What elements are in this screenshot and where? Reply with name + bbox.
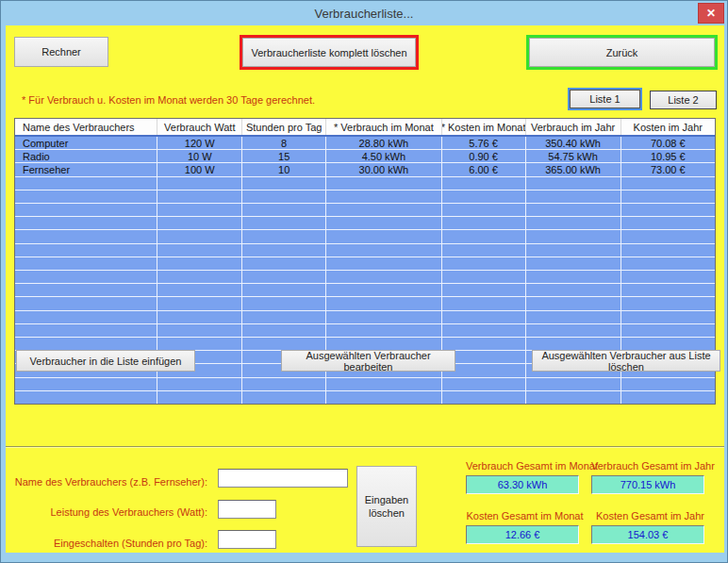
table-cell [15,257,157,270]
table-cell: Fernseher [15,163,157,175]
table-cell [621,391,715,404]
table-row-empty[interactable] [15,190,715,204]
table-row[interactable]: Radio10 W154.50 kWh0.90 €54.75 kWh10.95 … [15,150,715,163]
table-cell [526,284,621,296]
table-cell: Radio [15,150,157,162]
column-header: * Kosten im Monat [442,119,526,135]
table-cell [157,177,242,190]
table-cell [242,324,326,337]
table-cell [326,378,441,390]
column-header: Verbrauch Watt [157,119,242,135]
delete-all-button[interactable]: Verbraucherliste komplett löschen [242,38,416,67]
delete-consumer-button[interactable]: Ausgewählten Verbraucher aus Liste lösch… [532,350,720,372]
table-cell [526,324,621,337]
back-button[interactable]: Zurück [529,38,715,67]
kosten-jahr-value: 154.03 € [591,525,704,544]
table-cell [621,271,715,283]
close-icon[interactable]: ✕ [698,3,724,24]
table-row-empty[interactable] [15,284,715,297]
table-cell [442,284,526,296]
delete-all-highlight: Verbraucherliste komplett löschen [240,35,419,70]
table-row-empty[interactable] [15,177,715,190]
dialog-window: Verbraucherliste... ✕ Rechner Verbrauche… [0,0,728,563]
table-row[interactable]: Computer120 W828.80 kWh5.76 €350.40 kWh7… [15,137,715,150]
table-cell [526,217,621,229]
table-cell: 8 [242,137,326,149]
table-cell [242,177,326,190]
edit-consumer-button[interactable]: Ausgewählten Verbraucher bearbeiten [281,350,455,372]
table-row-empty[interactable] [15,324,715,338]
table-row-empty[interactable] [15,311,715,324]
table-cell: 15 [242,150,326,162]
rechner-button[interactable]: Rechner [14,37,108,67]
table-cell [326,177,441,190]
table-cell [526,311,621,323]
table-cell [621,338,715,350]
table-cell [442,257,526,270]
insert-consumer-button[interactable]: Verbraucher in die Liste einfügen [16,350,195,372]
table-cell [442,217,526,229]
table-cell [526,244,621,257]
liste1-button[interactable]: Liste 1 [570,90,640,108]
table-cell [242,190,326,203]
name-field[interactable] [218,469,348,488]
liste1-focus-frame: Liste 1 [568,88,642,110]
liste2-button[interactable]: Liste 2 [650,91,717,109]
table-cell [157,190,242,203]
table-cell [442,204,526,216]
back-highlight: Zurück [526,35,718,70]
table-cell: 70.08 € [621,137,715,149]
table-cell [15,338,157,350]
table-row-empty[interactable] [15,244,715,257]
table-cell [526,204,621,216]
table-row-empty[interactable] [15,257,715,271]
table-cell [442,230,526,242]
table-cell [621,257,715,270]
table-cell [442,271,526,283]
table-cell: 73.00 € [621,163,715,175]
window-title: Verbraucherliste... [315,7,414,21]
table-row-empty[interactable] [15,378,715,391]
column-header: Name des Verbrauchers [15,119,157,135]
table-cell [621,217,715,229]
table-cell [15,271,157,283]
consumer-table-header: Name des VerbrauchersVerbrauch WattStund… [15,119,715,137]
table-cell: 30.00 kWh [326,163,441,175]
table-cell [621,230,715,242]
watt-field-label: Leistung des Verbrauchers (Watt): [14,506,207,518]
table-cell: 54.75 kWh [526,150,621,162]
table-cell [326,190,441,203]
table-cell [157,297,242,309]
table-cell [442,378,526,390]
hours-field[interactable] [218,530,276,549]
table-row-empty[interactable] [15,271,715,284]
table-cell [442,338,526,350]
watt-field[interactable] [218,500,276,519]
table-cell: 365.00 kWh [526,163,621,175]
table-cell [157,378,242,390]
table-cell [242,217,326,229]
table-cell [15,217,157,229]
table-cell [157,244,242,257]
table-cell [242,284,326,296]
table-cell: 350.40 kWh [526,137,621,149]
hours-field-label: Eingeschalten (Stunden pro Tag): [14,538,207,549]
table-cell [326,244,441,257]
table-row-empty[interactable] [15,391,715,404]
table-cell [157,284,242,296]
table-row-empty[interactable] [15,217,715,230]
table-cell [157,311,242,323]
table-cell [157,204,242,216]
table-row-empty[interactable] [15,204,715,217]
table-cell: 10.95 € [621,150,715,162]
table-row[interactable]: Fernseher100 W1030.00 kWh6.00 €365.00 kW… [15,163,715,176]
table-cell: 100 W [157,163,242,175]
table-cell [442,190,526,203]
table-row-empty[interactable] [15,230,715,243]
clear-inputs-button[interactable]: Eingaben löschen [356,466,417,547]
table-row-empty[interactable] [15,297,715,310]
table-cell [157,271,242,283]
table-cell [15,230,157,242]
title-bar: Verbraucherliste... ✕ [1,1,727,25]
column-header: Verbrauch im Jahr [526,119,621,135]
